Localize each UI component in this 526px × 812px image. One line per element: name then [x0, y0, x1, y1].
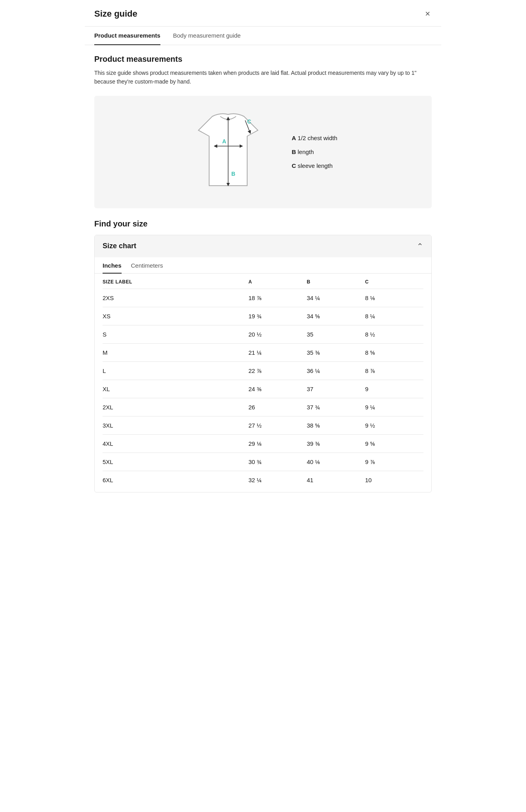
- cell-a-2: 20 ½: [248, 325, 307, 343]
- table-row: M 21 ¼ 35 ⅜ 8 ⅝: [103, 343, 423, 361]
- size-chart-section: Size chart ⌃ Inches Centimeters SIZE LAB…: [94, 235, 432, 493]
- cell-c-2: 8 ½: [365, 325, 423, 343]
- cell-size-5: XL: [103, 380, 248, 398]
- legend-value-a: 1/2 chest width: [297, 135, 337, 141]
- cell-b-6: 37 ¾: [307, 398, 365, 416]
- cell-size-0: 2XS: [103, 289, 248, 307]
- svg-text:B: B: [231, 171, 235, 177]
- table-row: 3XL 27 ½ 38 ⅝ 9 ½: [103, 416, 423, 434]
- cell-b-2: 35: [307, 325, 365, 343]
- cell-a-7: 27 ½: [248, 416, 307, 434]
- unit-tab-bar: Inches Centimeters: [95, 257, 431, 274]
- table-row: 6XL 32 ¼ 41 10: [103, 471, 423, 489]
- legend-value-c: sleeve length: [297, 162, 332, 169]
- unit-tab-inches[interactable]: Inches: [103, 262, 122, 274]
- size-chart-header: Size chart ⌃: [95, 235, 431, 257]
- legend-value-b: length: [297, 148, 314, 155]
- find-your-size-title: Find your size: [94, 219, 432, 228]
- cell-c-6: 9 ¼: [365, 398, 423, 416]
- cell-b-0: 34 ¼: [307, 289, 365, 307]
- cell-b-7: 38 ⅝: [307, 416, 365, 434]
- cell-size-7: 3XL: [103, 416, 248, 434]
- legend-key-c: C: [292, 162, 296, 169]
- size-table-wrapper: SIZE LABEL A B C 2XS 18 ⅞ 34 ¼ 8 ⅛ XS 19…: [95, 274, 431, 492]
- table-row: 2XL 26 37 ¾ 9 ¼: [103, 398, 423, 416]
- cell-size-8: 4XL: [103, 434, 248, 453]
- modal-header: Size guide ×: [85, 0, 441, 27]
- cell-size-1: XS: [103, 307, 248, 325]
- cell-b-3: 35 ⅜: [307, 343, 365, 361]
- cell-size-3: M: [103, 343, 248, 361]
- cell-size-10: 6XL: [103, 471, 248, 489]
- modal-title: Size guide: [94, 9, 137, 19]
- cell-a-10: 32 ¼: [248, 471, 307, 489]
- cell-a-1: 19 ¾: [248, 307, 307, 325]
- cell-a-9: 30 ¾: [248, 453, 307, 471]
- cell-b-9: 40 ⅛: [307, 453, 365, 471]
- cell-c-5: 9: [365, 380, 423, 398]
- cell-size-9: 5XL: [103, 453, 248, 471]
- cell-size-6: 2XL: [103, 398, 248, 416]
- cell-a-3: 21 ¼: [248, 343, 307, 361]
- cell-c-9: 9 ⅞: [365, 453, 423, 471]
- legend-item-b: B length: [292, 148, 337, 155]
- legend-item-c: C sleeve length: [292, 162, 337, 169]
- cell-b-10: 41: [307, 471, 365, 489]
- cell-c-4: 8 ⅞: [365, 361, 423, 380]
- svg-text:C: C: [247, 118, 251, 125]
- table-row: 2XS 18 ⅞ 34 ¼ 8 ⅛: [103, 289, 423, 307]
- size-table: SIZE LABEL A B C 2XS 18 ⅞ 34 ¼ 8 ⅛ XS 19…: [103, 274, 423, 489]
- section-title-product-measurements: Product measurements: [94, 55, 432, 64]
- legend-item-a: A 1/2 chest width: [292, 135, 337, 141]
- table-row: XS 19 ¾ 34 ⅝ 8 ¼: [103, 307, 423, 325]
- cell-a-0: 18 ⅞: [248, 289, 307, 307]
- cell-c-0: 8 ⅛: [365, 289, 423, 307]
- tshirt-diagram: A B C: [189, 108, 268, 196]
- col-header-a: A: [248, 274, 307, 289]
- table-row: L 22 ⅞ 36 ¼ 8 ⅞: [103, 361, 423, 380]
- legend-key-a: A: [292, 135, 296, 141]
- size-chart-label: Size chart: [103, 242, 136, 250]
- cell-b-1: 34 ⅝: [307, 307, 365, 325]
- cell-size-2: S: [103, 325, 248, 343]
- cell-a-4: 22 ⅞: [248, 361, 307, 380]
- unit-tab-centimeters[interactable]: Centimeters: [131, 262, 163, 274]
- cell-b-8: 39 ⅜: [307, 434, 365, 453]
- table-row: 4XL 29 ⅛ 39 ⅜ 9 ⅝: [103, 434, 423, 453]
- size-chart-box: Size chart ⌃ Inches Centimeters SIZE LAB…: [94, 235, 432, 493]
- tab-bar: Product measurements Body measurement gu…: [85, 27, 441, 45]
- measurements-legend: A 1/2 chest width B length C sleeve leng…: [292, 135, 337, 169]
- cell-a-8: 29 ⅛: [248, 434, 307, 453]
- cell-c-7: 9 ½: [365, 416, 423, 434]
- svg-text:A: A: [222, 138, 226, 145]
- cell-b-4: 36 ¼: [307, 361, 365, 380]
- cell-a-5: 24 ⅜: [248, 380, 307, 398]
- table-row: S 20 ½ 35 8 ½: [103, 325, 423, 343]
- cell-size-4: L: [103, 361, 248, 380]
- cell-c-1: 8 ¼: [365, 307, 423, 325]
- close-button[interactable]: ×: [423, 8, 432, 20]
- cell-b-5: 37: [307, 380, 365, 398]
- cell-c-8: 9 ⅝: [365, 434, 423, 453]
- cell-a-6: 26: [248, 398, 307, 416]
- legend-key-b: B: [292, 148, 296, 155]
- cell-c-10: 10: [365, 471, 423, 489]
- tab-product-measurements[interactable]: Product measurements: [94, 27, 160, 45]
- col-header-b: B: [307, 274, 365, 289]
- col-header-size: SIZE LABEL: [103, 274, 248, 289]
- table-header-row: SIZE LABEL A B C: [103, 274, 423, 289]
- tab-body-measurement-guide[interactable]: Body measurement guide: [173, 27, 241, 45]
- col-header-c: C: [365, 274, 423, 289]
- chevron-up-icon[interactable]: ⌃: [417, 242, 423, 251]
- product-measurements-description: This size guide shows product measuremen…: [94, 68, 432, 86]
- table-row: XL 24 ⅜ 37 9: [103, 380, 423, 398]
- cell-c-3: 8 ⅝: [365, 343, 423, 361]
- content-area: Product measurements This size guide sho…: [85, 45, 441, 502]
- diagram-container: A B C A 1/2 chest width: [94, 96, 432, 208]
- table-row: 5XL 30 ¾ 40 ⅛ 9 ⅞: [103, 453, 423, 471]
